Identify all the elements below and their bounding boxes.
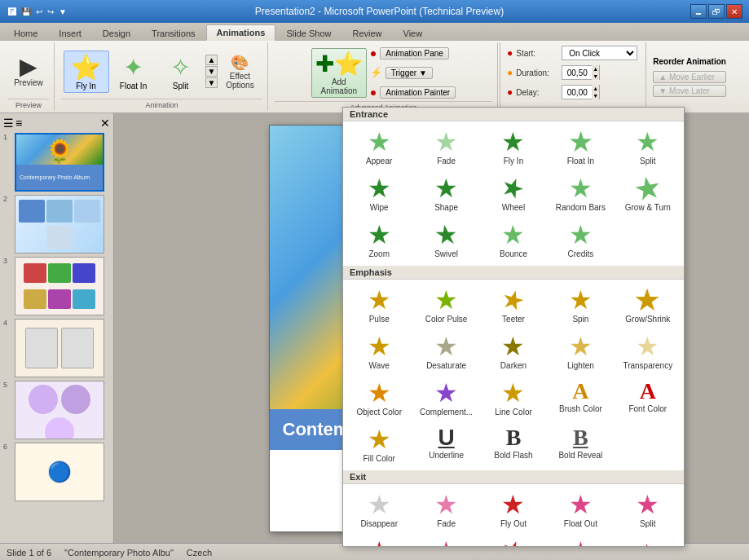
duration-down[interactable]: ▼ <box>592 73 599 80</box>
tab-review[interactable]: Review <box>341 24 392 41</box>
anim-bold-reveal[interactable]: B Bold Reveal <box>548 422 613 467</box>
animation-float-in[interactable]: ✦ Float In <box>111 51 156 93</box>
lighten-label: Lighten <box>567 361 594 370</box>
anim-credits[interactable]: ★ Credits <box>548 218 613 262</box>
slide-img-3[interactable] <box>15 257 104 315</box>
anim-fill-color[interactable]: ★ Fill Color <box>346 422 412 467</box>
animation-pane-button[interactable]: Animation Pane <box>380 47 449 60</box>
animation-painter-button[interactable]: Animation Painter <box>380 86 456 99</box>
anim-random-bars[interactable]: ★ Random Bars <box>548 171 613 216</box>
exit-wipe[interactable]: ★ Wipe <box>346 534 412 547</box>
delay-input[interactable] <box>562 88 592 97</box>
add-animation-button[interactable]: ✚⭐ AddAnimation <box>311 48 367 98</box>
anim-wipe[interactable]: ★ Wipe <box>346 171 412 216</box>
preview-button[interactable]: ▶ Preview <box>8 53 49 90</box>
slide-thumb-5[interactable]: 5 <box>3 381 110 439</box>
tab-insert[interactable]: Insert <box>48 24 92 41</box>
boldreveal-icon: B <box>573 426 588 449</box>
exit-fly-out[interactable]: ★ Fly Out <box>481 487 546 532</box>
slide-img-6[interactable]: 🔵 <box>15 443 104 501</box>
anim-underline[interactable]: U Underline <box>413 422 478 467</box>
tab-view[interactable]: View <box>393 24 434 41</box>
exit-shape[interactable]: ★ Shape <box>413 534 478 547</box>
scroll-down-button[interactable]: ▼ <box>205 66 218 77</box>
slide-thumb-3[interactable]: 3 <box>3 257 110 315</box>
anim-wheel[interactable]: ★ Wheel <box>481 171 546 216</box>
exit-split[interactable]: ★ Split <box>615 487 681 532</box>
slides-panel[interactable]: ☰ ≡ ✕ 1 🌻 Contemporary Photo Album 2 <box>0 113 114 543</box>
animation-split[interactable]: ✧ Split <box>158 51 204 93</box>
maximize-button[interactable]: 🗗 <box>708 4 725 19</box>
exit-wheel[interactable]: ★ Wheel <box>481 534 546 547</box>
effect-options-button[interactable]: 🎨 EffectOptions <box>219 51 260 92</box>
anim-fly-in[interactable]: ★ Fly In <box>481 125 546 170</box>
anim-object-color[interactable]: ★ Object Color <box>346 376 412 421</box>
tab-home[interactable]: Home <box>3 24 48 41</box>
scroll-more-button[interactable]: ▼ <box>205 77 218 88</box>
anim-pulse[interactable]: ★ Pulse <box>346 283 412 328</box>
slide-thumb-6[interactable]: 6 🔵 <box>3 443 110 501</box>
exit-disappear[interactable]: ★ Disappear <box>346 487 412 532</box>
quick-access-dropdown[interactable]: ▼ <box>57 7 68 17</box>
exit-fade-label: Fade <box>437 519 456 528</box>
slide-thumb-1[interactable]: 1 🌻 Contemporary Photo Album <box>3 133 110 192</box>
slide-img-4[interactable] <box>15 319 104 377</box>
save-button[interactable]: 💾 <box>20 7 33 17</box>
duration-input[interactable] <box>562 68 592 77</box>
anim-wave[interactable]: ★ Wave <box>346 329 412 374</box>
delay-down[interactable]: ▼ <box>592 92 599 99</box>
anim-swivel[interactable]: ★ Swivel <box>413 218 478 262</box>
redo-button[interactable]: ↪ <box>46 7 55 17</box>
duration-up[interactable]: ▲ <box>592 65 599 73</box>
anim-teeter[interactable]: ★ Teeter <box>481 283 546 328</box>
anim-grow-shrink[interactable]: ★ Grow/Shrink <box>615 283 681 328</box>
exit-float-out[interactable]: ★ Float Out <box>548 487 613 532</box>
anim-desaturate[interactable]: ★ Desaturate <box>413 329 478 374</box>
slide-img-1[interactable]: 🌻 Contemporary Photo Album <box>15 133 104 192</box>
anim-line-color[interactable]: ★ Line Color <box>481 376 546 421</box>
complement-icon: ★ <box>434 380 458 406</box>
anim-split[interactable]: ★ Split <box>615 125 681 170</box>
move-later-button[interactable]: ▼ Move Later <box>653 85 726 97</box>
move-earlier-button[interactable]: ▲ Move Earlier <box>653 71 726 83</box>
outline-view-btn[interactable]: ≡ <box>15 117 22 130</box>
tab-animations[interactable]: Animations <box>206 24 276 41</box>
panel-close-btn[interactable]: ✕ <box>100 117 110 130</box>
undo-button[interactable]: ↩ <box>34 7 44 17</box>
delay-up[interactable]: ▲ <box>592 85 599 92</box>
slide-img-5[interactable] <box>15 381 104 439</box>
tab-transitions[interactable]: Transitions <box>141 24 205 41</box>
anim-brush-color[interactable]: A Brush Color <box>548 376 613 421</box>
anim-float-in[interactable]: ★ Float In <box>548 125 613 170</box>
start-dropdown[interactable]: On Click With Previous After Previous <box>562 46 637 60</box>
anim-bounce[interactable]: ★ Bounce <box>481 218 546 262</box>
slide-thumb-4[interactable]: 4 <box>3 319 110 377</box>
close-button[interactable]: ✕ <box>726 4 742 19</box>
anim-zoom[interactable]: ★ Zoom <box>346 218 412 262</box>
anim-transparency[interactable]: ★ Transparency <box>615 329 681 374</box>
scroll-up-button[interactable]: ▲ <box>205 55 218 65</box>
anim-appear[interactable]: ★ Appear <box>346 125 412 170</box>
anim-grow-turn[interactable]: ★ Grow & Turn <box>615 171 681 216</box>
exit-shrink-turn[interactable]: ★ Shrink & Turn <box>615 534 681 547</box>
anim-spin[interactable]: ★ Spin <box>548 283 613 328</box>
exit-fade[interactable]: ★ Fade <box>413 487 478 532</box>
slide-img-2[interactable] <box>15 195 104 254</box>
anim-font-color[interactable]: A Font Color <box>615 376 681 421</box>
anim-color-pulse[interactable]: ★ Color Pulse <box>413 283 478 328</box>
anim-bold-flash[interactable]: B Bold Flash <box>481 422 546 467</box>
minimize-button[interactable]: 🗕 <box>690 4 707 19</box>
anim-fade[interactable]: ★ Fade <box>413 125 478 170</box>
anim-darken[interactable]: ★ Darken <box>481 329 546 374</box>
anim-shape[interactable]: ★ Shape <box>413 171 478 216</box>
tab-design[interactable]: Design <box>92 24 141 41</box>
slide-thumb-2[interactable]: 2 <box>3 195 110 254</box>
tab-slideshow[interactable]: Slide Show <box>275 24 341 41</box>
exit-random-bars[interactable]: ★ Random Bars <box>548 534 613 547</box>
animation-dropdown[interactable]: Entrance ★ Appear ★ Fade ★ Fly In ★ Floa… <box>342 107 685 547</box>
anim-lighten[interactable]: ★ Lighten <box>548 329 613 374</box>
animation-fly-in[interactable]: ⭐ Fly In <box>64 51 109 93</box>
trigger-button[interactable]: Trigger ▼ <box>386 67 433 79</box>
anim-complement[interactable]: ★ Complement... <box>413 376 478 421</box>
slides-view-btn[interactable]: ☰ <box>3 117 14 130</box>
